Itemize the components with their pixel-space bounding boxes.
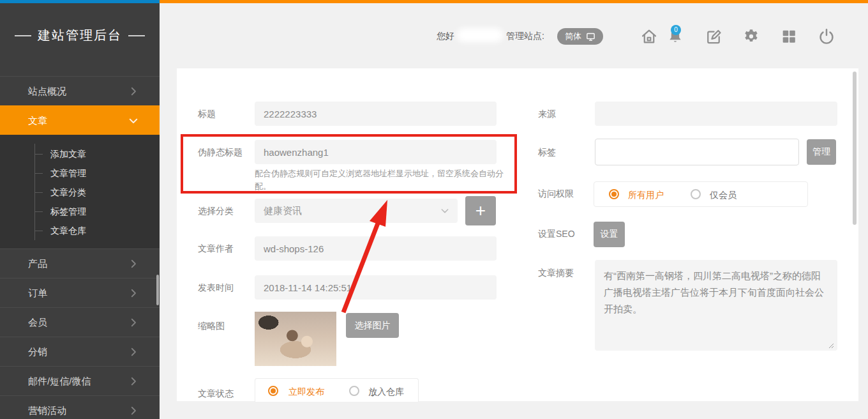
category-select[interactable]: 健康资讯 bbox=[255, 199, 458, 223]
topbar-orange-strip bbox=[160, 0, 868, 3]
sidebar-item-distribution[interactable]: 分销 bbox=[0, 337, 160, 366]
category-selected-value: 健康资讯 bbox=[264, 205, 302, 217]
sidebar-item-label: 订单 bbox=[28, 287, 47, 298]
manage-tags-button[interactable]: 管理 bbox=[807, 139, 836, 165]
status-radio-warehouse[interactable] bbox=[349, 386, 359, 396]
seo-label: 设置SEO bbox=[538, 229, 575, 240]
sidebar-item-orders[interactable]: 订单 bbox=[0, 278, 160, 307]
chevron-down-icon bbox=[440, 206, 450, 216]
sidebar-item-label: 文章 bbox=[28, 115, 47, 126]
slug-label: 伪静态标题 bbox=[198, 147, 243, 158]
resize-handle-icon[interactable] bbox=[828, 342, 834, 349]
chevron-right-icon bbox=[128, 287, 139, 299]
access-option-members-only-label[interactable]: 仅会员 bbox=[710, 190, 737, 201]
power-icon[interactable] bbox=[818, 27, 835, 45]
sidebar-scrollbar[interactable] bbox=[156, 275, 159, 305]
username-redacted bbox=[457, 28, 503, 42]
access-label: 访问权限 bbox=[538, 188, 574, 200]
sidebar-item-label: 站点概况 bbox=[28, 86, 66, 96]
sidebar-item-mail-sms-wechat[interactable]: 邮件/短信/微信 bbox=[0, 366, 160, 395]
sidebar-item-label: 会员 bbox=[28, 317, 47, 328]
logo-dash-left bbox=[15, 35, 31, 36]
access-option-all-users-label[interactable]: 所有用户 bbox=[628, 190, 664, 201]
access-radio-all-users[interactable] bbox=[609, 189, 619, 199]
sidebar-item-products[interactable]: 产品 bbox=[0, 248, 160, 278]
sidebar-item-articles[interactable]: 文章 bbox=[0, 105, 160, 135]
chevron-right-icon bbox=[128, 86, 139, 97]
thumbnail-image[interactable] bbox=[255, 312, 336, 366]
app-logo-text: 建站管理后台 bbox=[38, 27, 122, 44]
sidebar-item-members[interactable]: 会员 bbox=[0, 307, 160, 337]
tags-label: 标签 bbox=[538, 147, 556, 158]
notification-badge: 0 bbox=[671, 25, 681, 35]
status-label: 文章状态 bbox=[198, 388, 234, 400]
logo-dash-right bbox=[128, 35, 145, 36]
sidebar-item-label: 分销 bbox=[28, 346, 47, 357]
source-label: 来源 bbox=[538, 109, 556, 120]
status-radio-publish[interactable] bbox=[268, 386, 278, 396]
language-pill-button[interactable]: 简体 bbox=[557, 28, 603, 45]
sidebar-item-label: 邮件/短信/微信 bbox=[28, 376, 91, 386]
sidebar-item-marketing[interactable]: 营销活动 bbox=[0, 395, 160, 419]
sidebar-item-label: 产品 bbox=[28, 258, 47, 269]
subitem-label: 添加文章 bbox=[50, 149, 86, 159]
slug-input[interactable] bbox=[255, 140, 497, 164]
chevron-right-icon bbox=[128, 258, 139, 270]
sidebar-item-site-overview[interactable]: 站点概况 bbox=[0, 76, 160, 105]
sidebar-subitem-add-article[interactable]: 添加文章 bbox=[0, 144, 160, 164]
gear-icon[interactable] bbox=[742, 27, 760, 45]
summary-label: 文章摘要 bbox=[538, 268, 574, 279]
status-option-publish-label[interactable]: 立即发布 bbox=[288, 386, 324, 398]
title-input[interactable] bbox=[255, 102, 497, 126]
monitor-icon bbox=[586, 32, 595, 42]
admin-page: 建站管理后台 站点概况 文章 添加文章 文章管理 文章分类 标签管理 文章仓库 … bbox=[0, 0, 868, 419]
tags-input[interactable] bbox=[595, 139, 799, 165]
access-options-box bbox=[594, 181, 808, 207]
home-icon[interactable] bbox=[640, 27, 658, 45]
add-category-button[interactable]: + bbox=[465, 196, 496, 225]
panel-scrollbar[interactable] bbox=[853, 72, 857, 225]
sidebar-menu: 站点概况 文章 添加文章 文章管理 文章分类 标签管理 文章仓库 产品 订单 bbox=[0, 76, 160, 419]
sidebar-item-label: 营销活动 bbox=[28, 405, 66, 416]
subitem-label: 标签管理 bbox=[50, 206, 86, 217]
manage-site-label: 管理站点: bbox=[506, 31, 544, 42]
publish-time-input[interactable] bbox=[255, 275, 497, 300]
source-input[interactable] bbox=[595, 102, 837, 126]
author-label: 文章作者 bbox=[198, 243, 234, 255]
slug-help-text: 配合伪静态规则可自定义浏览器地址栏显示地址，留空系统会自动分配。 bbox=[255, 167, 518, 193]
title-label: 标题 bbox=[198, 109, 216, 120]
sidebar-subitem-tag-manage[interactable]: 标签管理 bbox=[0, 202, 160, 221]
sidebar-subitem-article-manage[interactable]: 文章管理 bbox=[0, 164, 160, 183]
sidebar-subitem-article-category[interactable]: 文章分类 bbox=[0, 183, 160, 202]
chevron-down-icon bbox=[128, 115, 139, 126]
sidebar-articles-submenu: 添加文章 文章管理 文章分类 标签管理 文章仓库 bbox=[0, 135, 160, 248]
publish-time-label: 发表时间 bbox=[198, 282, 234, 294]
chevron-right-icon bbox=[128, 376, 139, 387]
sidebar-subitem-article-warehouse[interactable]: 文章仓库 bbox=[0, 221, 160, 240]
thumbnail-label: 缩略图 bbox=[198, 321, 225, 332]
chevron-right-icon bbox=[128, 346, 139, 358]
chevron-right-icon bbox=[128, 405, 139, 416]
category-label: 选择分类 bbox=[198, 206, 234, 217]
sidebar: 建站管理后台 站点概况 文章 添加文章 文章管理 文章分类 标签管理 文章仓库 … bbox=[0, 0, 160, 419]
chevron-right-icon bbox=[128, 317, 139, 328]
seo-settings-button[interactable]: 设置 bbox=[594, 222, 625, 247]
topbar-blue-strip bbox=[0, 0, 160, 3]
subitem-label: 文章管理 bbox=[50, 168, 86, 178]
author-input[interactable] bbox=[255, 236, 497, 261]
grid-icon[interactable] bbox=[780, 27, 798, 45]
language-pill-label: 简体 bbox=[565, 31, 581, 42]
app-logo: 建站管理后台 bbox=[0, 27, 160, 44]
edit-icon[interactable] bbox=[705, 27, 722, 45]
status-option-warehouse-label[interactable]: 放入仓库 bbox=[368, 386, 404, 398]
subitem-label: 文章分类 bbox=[50, 187, 86, 197]
choose-image-button[interactable]: 选择图片 bbox=[346, 313, 399, 338]
greeting-text: 您好 bbox=[437, 31, 454, 42]
summary-textarea[interactable]: 有“西南第一高钢塔，四川第二高电视塔”之称的德阳广播电视塔主塔广告位将于本月下旬… bbox=[595, 260, 837, 351]
access-radio-members-only[interactable] bbox=[691, 189, 701, 199]
subitem-label: 文章仓库 bbox=[50, 225, 86, 236]
